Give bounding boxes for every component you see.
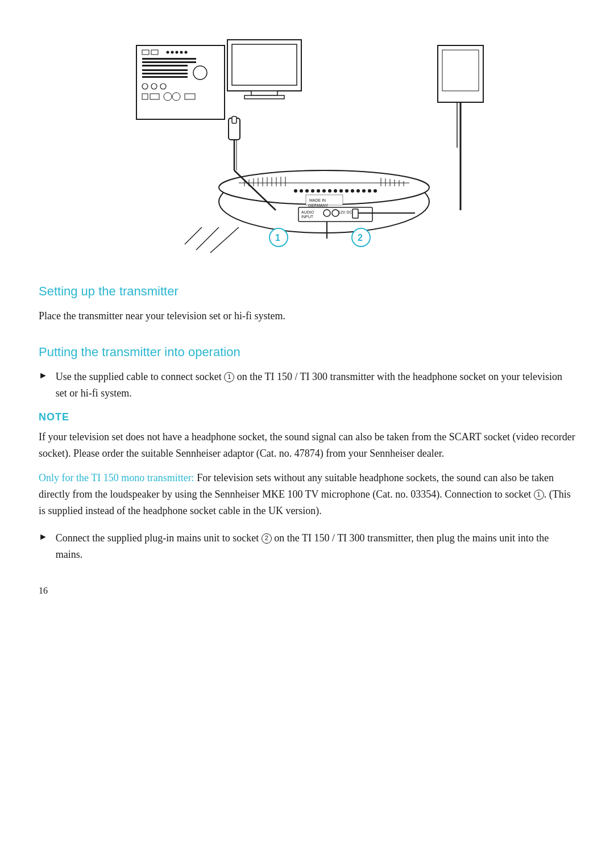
svg-text:MADE IN: MADE IN [309,198,326,202]
svg-point-20 [164,93,172,101]
setting-up-section: Setting up the transmitter Place the tra… [39,284,575,324]
socket-1-note-num: 1 [534,490,544,500]
svg-rect-19 [150,94,159,99]
note-block: NOTE If your television set does not hav… [39,411,575,519]
svg-rect-22 [185,94,195,99]
svg-rect-24 [232,44,297,85]
socket-1-num: 1 [224,372,234,382]
svg-point-54 [351,189,354,193]
svg-point-56 [362,189,366,193]
svg-rect-13 [142,76,188,78]
svg-rect-11 [142,69,188,71]
svg-text:GERMANY: GERMANY [308,203,329,207]
svg-point-58 [374,189,377,193]
note-paragraph-1: If your television set does not have a h… [39,429,575,462]
svg-point-46 [305,189,309,193]
svg-point-5 [176,51,179,54]
svg-rect-28 [442,50,479,91]
operation-section: Putting the transmitter into operation ►… [39,345,575,563]
svg-text:2: 2 [358,233,363,243]
svg-point-55 [356,189,360,193]
svg-point-50 [328,189,331,193]
svg-point-21 [172,93,180,101]
transmitter-diagram: MADE IN GERMANY AUDIO INPUT 12V DC [102,34,512,261]
svg-line-83 [185,227,202,244]
svg-point-4 [171,51,174,54]
bullet-item-1: ► Use the supplied cable to connect sock… [39,369,575,402]
svg-point-15 [142,84,148,89]
svg-rect-9 [142,61,196,63]
svg-rect-12 [142,73,188,74]
svg-point-6 [180,51,183,54]
svg-point-51 [334,189,337,193]
svg-rect-76 [232,116,237,123]
diagram-section: MADE IN GERMANY AUDIO INPUT 12V DC [39,23,575,261]
svg-rect-1 [142,50,149,55]
svg-point-48 [317,189,320,193]
svg-rect-0 [136,45,225,119]
svg-rect-68 [352,209,358,218]
operation-heading: Putting the transmitter into operation [39,345,575,360]
bullet-text-2: Connect the supplied plug-in mains unit … [56,530,575,563]
svg-rect-18 [142,94,148,99]
svg-point-17 [160,84,166,89]
setting-up-body: Place the transmitter near your televisi… [39,308,575,324]
socket-2-num: 2 [262,533,272,544]
page-number: 16 [39,586,575,596]
svg-text:AUDIO: AUDIO [301,210,314,214]
svg-text:12V DC: 12V DC [338,210,352,214]
bullet-item-2: ► Connect the supplied plug-in mains uni… [39,530,575,563]
svg-rect-25 [251,91,277,95]
svg-point-52 [339,189,343,193]
svg-rect-26 [244,95,284,99]
svg-point-7 [185,51,188,54]
svg-point-16 [151,84,157,89]
svg-point-57 [368,189,371,193]
svg-rect-2 [151,50,158,55]
bullet-arrow-1: ► [39,370,48,381]
svg-text:INPUT: INPUT [301,215,314,219]
bullet-text-1: Use the supplied cable to connect socket… [56,369,575,402]
svg-point-49 [322,189,326,193]
setting-up-heading: Setting up the transmitter [39,284,575,299]
bullet-arrow-2: ► [39,532,48,542]
svg-point-44 [294,189,297,193]
svg-point-47 [311,189,314,193]
svg-point-45 [300,189,303,193]
svg-point-66 [323,210,330,216]
svg-point-67 [332,210,339,216]
note-paragraph-2: Only for the TI 150 mono transmitter: Fo… [39,470,575,519]
svg-point-14 [193,66,207,80]
note-heading: NOTE [39,411,575,423]
svg-text:1: 1 [275,233,280,243]
svg-line-84 [196,227,219,250]
svg-rect-10 [142,65,188,66]
svg-point-3 [167,51,169,54]
svg-rect-8 [142,58,196,60]
svg-point-53 [345,189,349,193]
note-highlight-prefix: Only for the TI 150 mono transmitter: [39,472,194,483]
